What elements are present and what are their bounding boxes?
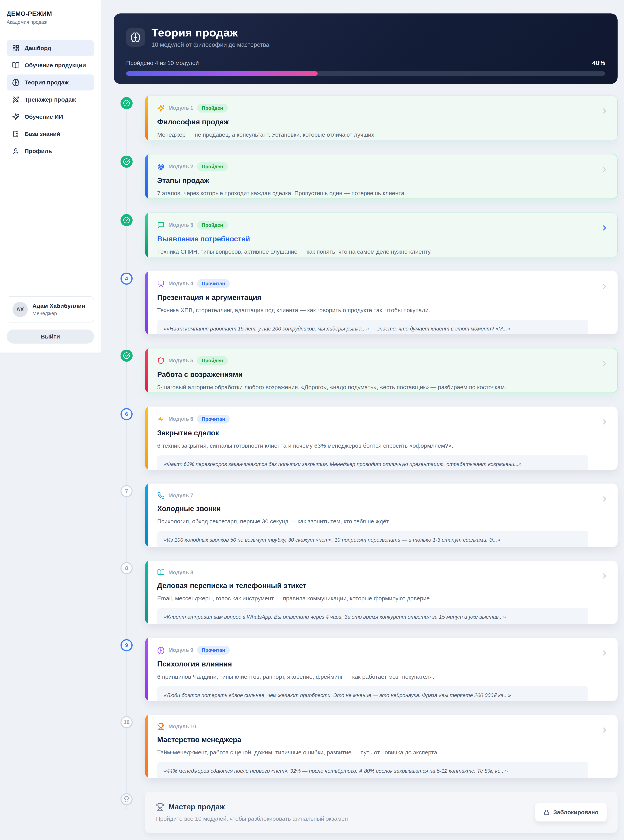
module-card-10[interactable]: Модуль 10 Мастерство менеджера Тайм-мене… bbox=[145, 715, 618, 778]
module-number-label: Модуль 4 bbox=[168, 281, 193, 287]
module-number-label: Модуль 9 bbox=[168, 647, 193, 653]
module-title: Этапы продаж bbox=[157, 176, 588, 185]
grid-icon bbox=[12, 45, 20, 52]
status-badge: Прочитан bbox=[197, 279, 230, 288]
timeline-node-col: 6 bbox=[114, 406, 145, 470]
user-name: Адам Хабибуллин bbox=[32, 303, 85, 309]
chevron-right-icon bbox=[601, 107, 609, 116]
timeline-node-col bbox=[114, 792, 145, 833]
module-description: Техника ХПВ, сторителлинг, адаптация под… bbox=[157, 306, 588, 314]
locked-button-label: Заблокировано bbox=[553, 809, 598, 815]
module-row: 4 Модуль 4 Прочитан Презентация и аргуме… bbox=[114, 271, 618, 334]
status-badge: Пройден bbox=[197, 162, 228, 171]
module-card-1[interactable]: Модуль 1 Пройден Философия продаж Менедж… bbox=[145, 96, 618, 141]
module-card-6[interactable]: Модуль 6 Прочитан Закрытие сделок 6 техн… bbox=[145, 406, 618, 470]
course-header-card: Теория продаж 10 модулей от философии до… bbox=[114, 14, 618, 84]
timeline-node-col bbox=[114, 213, 145, 257]
module-card-5[interactable]: Модуль 5 Пройден Работа с возражениями 5… bbox=[145, 348, 618, 393]
status-badge: Пройден bbox=[197, 104, 228, 113]
module-accent-bar bbox=[145, 483, 148, 547]
demo-mode-title: ДЕМО-РЕЖИМ bbox=[7, 10, 94, 17]
timeline-number-node: 7 bbox=[120, 485, 133, 497]
clipboard-icon bbox=[12, 130, 20, 137]
page-title: Теория продаж bbox=[151, 26, 269, 39]
sidebar-item-3[interactable]: Тренажёр продаж bbox=[7, 92, 94, 108]
module-number-label: Модуль 1 bbox=[168, 105, 193, 111]
module-accent-bar bbox=[145, 271, 148, 334]
module-description: Менеджер — не продавец, а консультант. У… bbox=[157, 131, 588, 139]
module-accent-bar bbox=[145, 406, 148, 470]
sidebar-item-label: Обучение ИИ bbox=[25, 113, 63, 120]
status-badge: Прочитан bbox=[197, 415, 230, 423]
final-title: Мастер продаж bbox=[168, 803, 225, 811]
module-card-3[interactable]: Модуль 3 Пройден Выявление потребностей … bbox=[145, 213, 618, 257]
timeline-node-col bbox=[114, 348, 145, 393]
book-open-icon bbox=[157, 569, 165, 576]
trophy-icon bbox=[156, 803, 164, 811]
module-card-7[interactable]: Модуль 7 Холодные звонки Психология, обх… bbox=[145, 483, 618, 547]
module-number-label: Модуль 5 bbox=[168, 358, 193, 364]
timeline-node-col bbox=[114, 96, 145, 141]
brain-icon bbox=[126, 28, 145, 46]
module-row: Модуль 2 Пройден Этапы продаж 7 этапов, … bbox=[114, 154, 618, 199]
status-badge: Прочитан bbox=[197, 646, 230, 655]
module-accent-bar bbox=[145, 715, 148, 778]
module-row: Модуль 5 Пройден Работа с возражениями 5… bbox=[114, 348, 618, 393]
module-number-label: Модуль 7 bbox=[168, 493, 193, 499]
modules-timeline: Модуль 1 Пройден Философия продаж Менедж… bbox=[114, 96, 618, 833]
module-accent-bar bbox=[145, 638, 148, 701]
sidebar-item-5[interactable]: База знаний bbox=[7, 126, 94, 142]
chevron-right-icon bbox=[601, 495, 609, 504]
sidebar-item-4[interactable]: Обучение ИИ bbox=[7, 109, 94, 125]
module-quote: «Клиент отправил вам вопрос в WhatsApp. … bbox=[157, 608, 588, 624]
progress-percent: 40% bbox=[592, 59, 605, 67]
user-card[interactable]: АХ Адам Хабибуллин Менеджер bbox=[7, 296, 94, 323]
chevron-right-icon bbox=[601, 359, 609, 368]
module-row: 9 Модуль 9 Прочитан Психология влияния 6… bbox=[114, 638, 618, 701]
chevron-right-icon bbox=[601, 418, 609, 427]
module-accent-bar bbox=[145, 213, 148, 257]
module-title: Работа с возражениями bbox=[157, 371, 588, 379]
module-quote: «Из 100 холодных звонков 50 не возьмут т… bbox=[157, 531, 588, 547]
trophy-node-icon bbox=[120, 793, 133, 805]
logout-button[interactable]: Выйти bbox=[7, 329, 94, 344]
module-row: Модуль 3 Пройден Выявление потребностей … bbox=[114, 213, 618, 257]
module-description: Техника СПИН, типы вопросов, активное сл… bbox=[157, 248, 588, 255]
sidebar-item-label: База знаний bbox=[25, 131, 60, 137]
timeline-number-node: 8 bbox=[120, 562, 133, 574]
avatar: АХ bbox=[12, 302, 28, 317]
sidebar-item-label: Дашборд bbox=[25, 45, 51, 51]
module-title: Холодные звонки bbox=[157, 505, 588, 513]
module-title: Презентация и аргументация bbox=[157, 293, 588, 302]
module-description: Email, мессенджеры, голос как инструмент… bbox=[157, 594, 588, 602]
sidebar-item-0[interactable]: Дашборд bbox=[7, 40, 94, 56]
module-quote: «44% менеджеров сдаются после первого «н… bbox=[157, 762, 588, 778]
module-card-8[interactable]: Модуль 8 Деловая переписка и телефонный … bbox=[145, 561, 618, 624]
timeline-check-node bbox=[120, 350, 133, 362]
app-subtitle: Академия продаж bbox=[7, 19, 94, 25]
timeline-node-col bbox=[114, 154, 145, 199]
target-icon bbox=[157, 163, 165, 170]
module-number-label: Модуль 3 bbox=[168, 222, 193, 228]
module-title: Философия продаж bbox=[157, 118, 588, 126]
timeline-node-col: 4 bbox=[114, 271, 145, 334]
sidebar-item-1[interactable]: Обучение продукции bbox=[7, 57, 94, 73]
module-accent-bar bbox=[145, 96, 148, 141]
module-row: 6 Модуль 6 Прочитан Закрытие сделок 6 те… bbox=[114, 406, 618, 470]
module-card-9[interactable]: Модуль 9 Прочитан Психология влияния 6 п… bbox=[145, 638, 618, 701]
module-row: 10 Модуль 10 Мастерство менеджера Тайм-м… bbox=[114, 715, 618, 778]
module-quote: «Люди боятся потерять вдвое сильнее, чем… bbox=[157, 686, 588, 701]
sidebar-item-6[interactable]: Профиль bbox=[7, 143, 94, 159]
module-card-4[interactable]: Модуль 4 Прочитан Презентация и аргумент… bbox=[145, 271, 618, 334]
user-icon bbox=[12, 147, 20, 155]
progress-bar-fill bbox=[126, 71, 318, 76]
module-card-2[interactable]: Модуль 2 Пройден Этапы продаж 7 этапов, … bbox=[145, 154, 618, 199]
module-description: 6 техник закрытия, сигналы готовности кл… bbox=[157, 442, 588, 449]
chevron-right-icon bbox=[601, 572, 609, 581]
final-description: Пройдите все 10 модулей, чтобы разблокир… bbox=[156, 815, 348, 822]
sidebar-item-2[interactable]: Теория продаж bbox=[7, 74, 94, 91]
locked-button[interactable]: Заблокировано bbox=[535, 803, 607, 821]
module-title: Психология влияния bbox=[157, 660, 588, 668]
timeline-node-col: 7 bbox=[114, 483, 145, 547]
brain-icon bbox=[12, 79, 20, 86]
